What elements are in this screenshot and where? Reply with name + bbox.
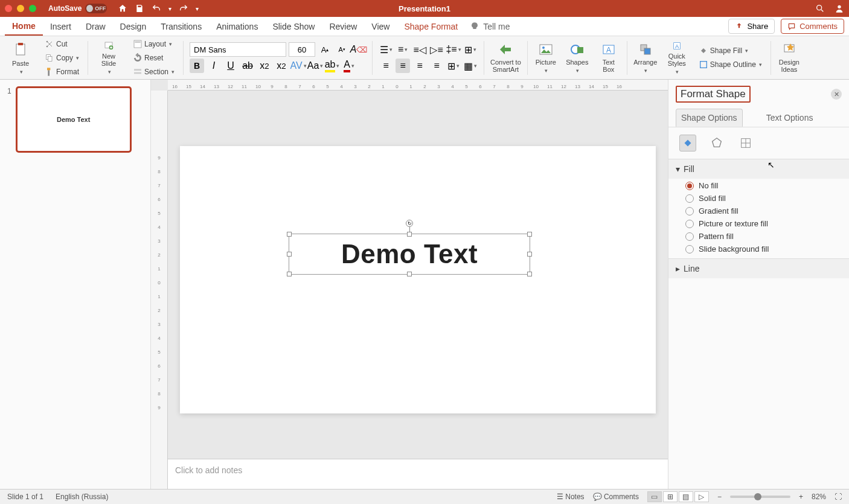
chevron-down-icon[interactable]: ▾ <box>168 5 171 12</box>
resize-handle[interactable] <box>287 232 292 237</box>
shape-fill-button[interactable]: Shape Fill▾ <box>696 45 764 57</box>
increase-indent-button[interactable]: ▷≡ <box>429 42 444 57</box>
fill-slidebg-radio[interactable]: Slide background fill <box>685 244 842 254</box>
account-icon[interactable] <box>835 4 844 13</box>
undo-icon[interactable] <box>152 4 161 13</box>
resize-handle[interactable] <box>407 232 412 237</box>
bullets-button[interactable]: ☰▾ <box>379 42 393 57</box>
justify-button[interactable]: ≡ <box>429 59 444 73</box>
text-direction-button[interactable]: ⊞▾ <box>463 42 478 57</box>
close-window-icon[interactable] <box>5 5 12 12</box>
fill-picture-radio[interactable]: Picture or texture fill <box>685 219 842 228</box>
layout-button[interactable]: Layout▾ <box>130 38 177 50</box>
tab-slideshow[interactable]: Slide Show <box>265 18 322 35</box>
textbox-button[interactable]: A Text Box <box>594 40 623 76</box>
chevron-down-icon[interactable]: ▾ <box>196 5 199 12</box>
quick-styles-button[interactable]: A Quick Styles▾ <box>662 40 691 76</box>
picture-button[interactable]: Picture▾ <box>531 40 560 76</box>
align-right-button[interactable]: ≡ <box>412 59 427 73</box>
resize-handle[interactable] <box>527 232 532 237</box>
superscript-button[interactable]: x2 <box>257 59 272 73</box>
maximize-window-icon[interactable] <box>29 5 36 12</box>
reading-view-button[interactable]: ▤ <box>679 491 693 502</box>
rotate-handle[interactable]: ↻ <box>406 220 413 227</box>
shape-options-tab[interactable]: Shape Options <box>676 109 743 127</box>
resize-handle[interactable] <box>527 252 532 257</box>
line-section-header[interactable]: ▸Line <box>668 259 849 278</box>
autosave-toggle[interactable]: AutoSave OFF <box>48 4 107 13</box>
resize-handle[interactable] <box>287 272 292 276</box>
numbering-button[interactable]: ≡▾ <box>396 42 410 57</box>
align-center-button[interactable]: ≡ <box>396 59 410 73</box>
slideshow-view-button[interactable]: ▷ <box>694 491 709 502</box>
tab-view[interactable]: View <box>364 18 397 35</box>
decrease-font-button[interactable]: A▾ <box>335 42 349 57</box>
effects-icon[interactable] <box>708 135 725 152</box>
paste-button[interactable]: Paste▾ <box>6 40 35 76</box>
font-color-button[interactable]: A▾ <box>342 59 356 73</box>
slide-canvas[interactable]: ↻ Demo Text <box>180 146 656 413</box>
tab-insert[interactable]: Insert <box>43 18 78 35</box>
notes-area[interactable]: Click to add notes <box>168 459 668 489</box>
bold-button[interactable]: B <box>190 59 204 73</box>
subscript-button[interactable]: x2 <box>274 59 289 73</box>
comments-button[interactable]: Comments <box>781 19 844 34</box>
notes-toggle[interactable]: ☰ Notes <box>557 493 585 501</box>
align-vert-button[interactable]: ⊞▾ <box>446 59 461 73</box>
increase-font-button[interactable]: A▴ <box>318 42 332 57</box>
resize-handle[interactable] <box>287 252 292 257</box>
font-size-input[interactable] <box>289 42 315 57</box>
zoom-level[interactable]: 82% <box>812 493 826 501</box>
strikethrough-button[interactable]: ab <box>240 59 255 73</box>
tab-shape-format[interactable]: Shape Format <box>397 18 465 35</box>
new-slide-button[interactable]: New Slide▾ <box>94 40 123 76</box>
fit-window-button[interactable]: ⛶ <box>835 493 842 501</box>
shapes-button[interactable]: Shapes▾ <box>563 40 592 76</box>
fill-section-header[interactable]: ▾Fill <box>668 159 849 179</box>
tab-draw[interactable]: Draw <box>78 18 113 35</box>
home-icon[interactable] <box>118 4 127 13</box>
tab-animations[interactable]: Animations <box>209 18 265 35</box>
resize-handle[interactable] <box>407 272 412 276</box>
comments-toggle[interactable]: 💬 Comments <box>593 493 639 501</box>
text-options-tab[interactable]: Text Options <box>761 109 819 127</box>
minimize-window-icon[interactable] <box>17 5 24 12</box>
decrease-indent-button[interactable]: ≡◁ <box>412 42 427 57</box>
fill-pattern-radio[interactable]: Pattern fill <box>685 232 842 241</box>
fill-solid-radio[interactable]: Solid fill <box>685 194 842 203</box>
zoom-out-button[interactable]: − <box>717 493 722 501</box>
columns-button[interactable]: ▦▾ <box>463 59 478 73</box>
zoom-slider[interactable] <box>730 496 790 498</box>
align-left-button[interactable]: ≡ <box>379 59 393 73</box>
arrange-button[interactable]: Arrange▾ <box>631 40 660 76</box>
cut-button[interactable]: Cut <box>42 38 82 50</box>
fill-nofill-radio[interactable]: No fill <box>685 181 842 190</box>
close-pane-button[interactable]: ✕ <box>831 89 842 100</box>
reset-button[interactable]: Reset <box>130 52 177 64</box>
change-case-button[interactable]: Aa▾ <box>308 59 322 73</box>
convert-smartart-button[interactable]: Convert to SmartArt <box>488 40 524 76</box>
underline-button[interactable]: U <box>223 59 238 73</box>
tab-design[interactable]: Design <box>113 18 154 35</box>
text-shape[interactable]: ↻ Demo Text <box>289 234 530 275</box>
redo-icon[interactable] <box>179 4 188 13</box>
line-spacing-button[interactable]: ‡≡▾ <box>446 42 461 57</box>
shape-outline-button[interactable]: Shape Outline▾ <box>696 59 764 71</box>
format-painter-button[interactable]: Format <box>42 66 82 78</box>
section-button[interactable]: Section▾ <box>130 66 177 78</box>
size-props-icon[interactable] <box>737 135 754 152</box>
language-indicator[interactable]: English (Russia) <box>56 493 108 501</box>
tellme-search[interactable]: Tell me <box>470 22 510 31</box>
normal-view-button[interactable]: ▭ <box>647 491 662 502</box>
highlight-button[interactable]: ab▾ <box>325 59 339 73</box>
design-ideas-button[interactable]: Design Ideas <box>775 40 804 76</box>
save-icon[interactable] <box>135 4 144 13</box>
fill-line-icon[interactable] <box>679 135 696 152</box>
slide-thumbnail[interactable]: Demo Text <box>16 87 131 152</box>
fill-gradient-radio[interactable]: Gradient fill <box>685 206 842 215</box>
search-icon[interactable] <box>815 4 825 13</box>
clear-format-button[interactable]: A⌫ <box>351 42 366 57</box>
zoom-in-button[interactable]: + <box>799 493 803 501</box>
font-name-input[interactable] <box>190 42 286 57</box>
tab-home[interactable]: Home <box>5 18 43 36</box>
